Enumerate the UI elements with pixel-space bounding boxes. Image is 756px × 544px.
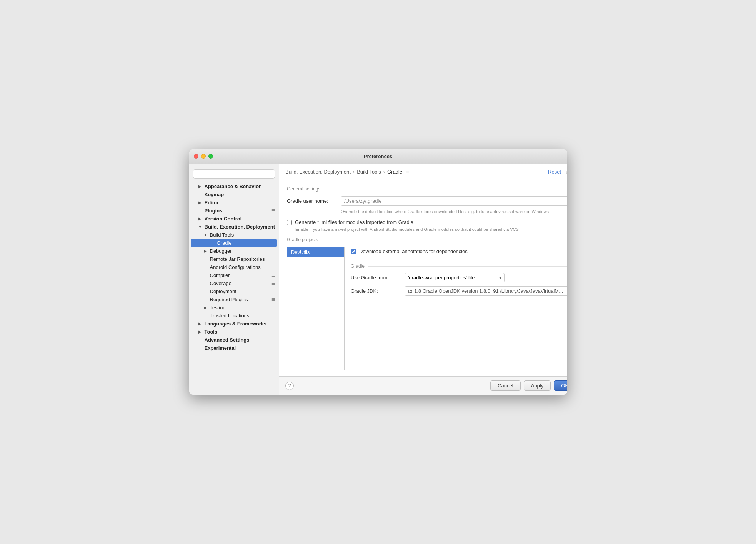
settings-icon: ☰ [271,346,275,350]
reset-button[interactable]: Reset [548,169,561,175]
gradle-jdk-row: Gradle JDK: 🗂 1.8 Oracle OpenJDK version… [351,286,567,296]
sidebar-item-debugger[interactable]: ▶ Debugger [189,247,279,255]
chevron-icon: ▼ [204,233,208,237]
sidebar-item-plugins[interactable]: Plugins ☰ [189,207,279,215]
sidebar-item-gradle[interactable]: Gradle ☰ [191,239,277,247]
preferences-window: Preferences 🔍 ▶ Appearance & Behavior [189,149,567,395]
chevron-icon: ▶ [198,322,203,326]
sidebar-item-compiler[interactable]: Compiler ☰ [189,271,279,279]
titlebar: Preferences [189,149,567,164]
gradle-projects-layout: DevUtils Download external annotations f… [287,247,567,370]
breadcrumb-sep-1: › [353,169,355,175]
breadcrumb-settings-icon: ☰ [405,169,409,174]
sidebar-item-label: Remote Jar Repositories [210,256,265,262]
right-panel: Build, Execution, Deployment › Build Too… [279,164,567,395]
close-button[interactable] [194,154,198,159]
gradle-user-home-hint: Override the default location where Grad… [341,209,567,215]
jdk-folder-icon: 🗂 [408,289,413,294]
chevron-icon: ▶ [204,305,208,310]
apply-button[interactable]: Apply [524,380,551,391]
gradle-jdk-select-wrapper: 🗂 1.8 Oracle OpenJDK version 1.8.0_91 /L… [405,286,567,296]
gradle-subsection-title: Gradle [351,264,567,269]
download-annotations-row: Download external annotations for depend… [351,247,567,256]
window-title: Preferences [364,154,392,159]
gradle-subsection: Gradle Use Gradle from: 'gradle-wrapper.… [351,264,567,300]
minimize-button[interactable] [201,154,206,159]
sidebar-item-android-configs[interactable]: Android Configurations [189,263,279,271]
sidebar-item-trusted-locations[interactable]: Trusted Locations [189,312,279,320]
gradle-user-home-input[interactable] [341,196,567,206]
generate-iml-checkbox[interactable] [287,220,292,225]
nav-buttons: ‹ › [564,168,567,176]
general-settings-section: General settings [287,186,567,192]
sidebar-item-languages[interactable]: ▶ Languages & Frameworks [189,320,279,328]
sidebar-item-label: Debugger [210,248,232,254]
sidebar-item-deployment[interactable]: Deployment [189,287,279,295]
use-gradle-from-row: Use Gradle from: 'gradle-wrapper.propert… [351,273,567,282]
sidebar-item-version-control[interactable]: ▶ Version Control [189,215,279,223]
ok-button[interactable]: OK [554,380,567,391]
gradle-user-home-label: Gradle user home: [287,198,341,204]
sidebar-item-label: Required Plugins [210,297,248,302]
sidebar-item-experimental[interactable]: Experimental ☰ [189,344,279,352]
general-settings-title: General settings [287,186,320,192]
sidebar: 🔍 ▶ Appearance & Behavior Keymap ▶ [189,164,279,395]
gradle-settings-panel: Download external annotations for depend… [351,247,567,370]
breadcrumb-item-2: Build Tools [357,169,381,175]
settings-icon: ☰ [271,233,275,237]
sidebar-item-tools[interactable]: ▶ Tools [189,328,279,336]
project-item-devutils[interactable]: DevUtils [287,247,344,257]
sidebar-item-label: Trusted Locations [210,313,250,319]
maximize-button[interactable] [208,154,213,159]
back-button[interactable]: ‹ [564,168,567,176]
sidebar-item-remote-jar[interactable]: Remote Jar Repositories ☰ [189,255,279,263]
project-item-label: DevUtils [291,249,310,255]
sidebar-item-label: Editor [205,200,219,205]
main-content: 🔍 ▶ Appearance & Behavior Keymap ▶ [189,164,567,395]
settings-icon: ☰ [271,241,275,245]
footer-right: Cancel Apply OK [490,380,567,391]
sidebar-item-label: Android Configurations [210,264,261,270]
gradle-projects-section: Gradle projects [287,237,567,242]
footer: ? Cancel Apply OK [279,376,567,395]
traffic-lights [194,154,213,159]
settings-icon: ☰ [271,273,275,277]
settings-icon: ☰ [271,297,275,302]
chevron-icon: ▶ [204,249,208,253]
sidebar-item-label: Appearance & Behavior [205,184,261,189]
sidebar-item-testing[interactable]: ▶ Testing [189,304,279,312]
sidebar-item-label: Build Tools [210,232,234,238]
search-input[interactable] [193,169,275,179]
sidebar-item-label: Coverage [210,280,231,286]
sidebar-item-advanced-settings[interactable]: Advanced Settings [189,336,279,344]
sidebar-item-required-plugins[interactable]: Required Plugins ☰ [189,295,279,304]
breadcrumb-sep-2: › [383,169,385,175]
gradle-jdk-value: 1.8 Oracle OpenJDK version 1.8.0_91 /Lib… [414,288,563,294]
sidebar-item-coverage[interactable]: Coverage ☰ [189,279,279,287]
use-gradle-from-select[interactable]: 'gradle-wrapper.properties' file Specifi… [405,273,505,282]
sidebar-item-label: Version Control [205,216,242,222]
sidebar-item-appearance[interactable]: ▶ Appearance & Behavior [189,182,279,190]
chevron-icon: ▶ [198,200,203,205]
sidebar-item-keymap[interactable]: Keymap [189,190,279,199]
sidebar-item-label: Keymap [205,192,224,197]
chevron-icon: ▶ [198,217,203,221]
sidebar-item-label: Languages & Frameworks [205,321,267,327]
generate-iml-row: Generate *.iml files for modules importe… [287,219,567,225]
help-button[interactable]: ? [285,382,294,390]
gradle-projects-title: Gradle projects [287,237,318,242]
panel-header: Build, Execution, Deployment › Build Too… [279,164,567,180]
settings-icon: ☰ [271,257,275,261]
download-annotations-checkbox[interactable] [351,249,356,254]
sidebar-item-editor[interactable]: ▶ Editor [189,199,279,207]
gradle-jdk-input[interactable]: 🗂 1.8 Oracle OpenJDK version 1.8.0_91 /L… [405,286,567,296]
search-container: 🔍 [189,167,279,182]
download-annotations-label: Download external annotations for depend… [359,249,468,254]
sidebar-item-build-exec[interactable]: ▼ Build, Execution, Deployment [189,223,279,231]
cancel-button[interactable]: Cancel [490,380,520,391]
sidebar-item-label: Advanced Settings [205,337,250,343]
breadcrumb-item-3: Gradle [387,169,402,175]
sidebar-item-label: Compiler [210,272,230,278]
sidebar-item-build-tools[interactable]: ▼ Build Tools ☰ [189,231,279,239]
sidebar-nav: ▶ Appearance & Behavior Keymap ▶ Editor … [189,182,279,392]
